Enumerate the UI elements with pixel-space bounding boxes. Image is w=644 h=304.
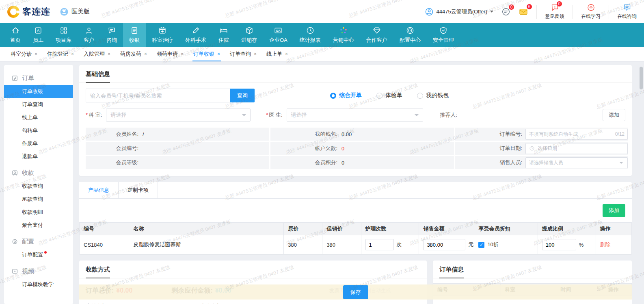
notification-icon[interactable]: 0 [501,7,510,16]
sidebar-item-void-order[interactable]: 作废单 [4,137,73,150]
nav-item-projects[interactable]: 项目库 [50,23,78,47]
nav-item-security[interactable]: 安全管理 [427,23,460,47]
sidebar-item-online-order[interactable]: 线上单 [4,111,73,124]
tab-order-cashier[interactable]: 订单收银× [188,47,225,61]
tab-online-order[interactable]: 线上单× [261,47,293,61]
cell-name: 皮脂膜修复洁面慕斯 [129,235,284,254]
search-button[interactable]: 查询 [230,89,255,102]
doctor-select[interactable]: 请选择 [287,109,423,122]
nav-label: 收银 [129,37,140,44]
mail-icon[interactable]: 6 [519,7,528,17]
calendar-plus-icon [158,26,167,35]
nav-item-oa[interactable]: OA 企业OA [263,23,294,47]
tab-close-icon[interactable]: × [144,51,147,57]
nav-label: 外科手术 [185,37,206,44]
member-info-grid: 会员姓名:/ 我的钱包:0.00 订单编号: 0/12 会员编号: 帐户欠款:0… [86,128,625,169]
char-counter: 0/12 [615,131,625,137]
order-date-label: 订单日期: [455,145,522,152]
tab-medicine-request[interactable]: 领药申请× [152,47,188,61]
app-logo[interactable]: 客连连 [7,6,50,18]
sales-person-select[interactable]: 请选择销售人员 [525,157,628,168]
order-date-picker[interactable]: 选择日期 [525,143,628,154]
sidebar-item-collection-detail[interactable]: 收款明细 [4,206,73,219]
nav-item-hospitalization[interactable]: 住院 [212,23,235,47]
edition-label: 医美版 [71,8,90,15]
tab-product-info[interactable]: 产品信息 [79,182,119,198]
sidebar-item-balance-query[interactable]: 尾款查询 [4,193,73,206]
add-referrer-button[interactable]: 添加 [603,109,625,121]
nav-label: 员工 [33,37,43,44]
mail-badge: 6 [527,4,532,9]
sidebar-item-transfer-order[interactable]: 勾转单 [4,124,73,137]
tab-close-icon[interactable]: × [217,51,220,57]
nav-item-consultation[interactable]: 咨询 [100,23,123,47]
tab-close-icon[interactable]: × [35,51,37,57]
nav-label: 合作客户 [366,37,387,44]
discount-label: 10折 [487,241,498,248]
nav-item-customers[interactable]: 客户 [78,23,100,47]
sidebar-item-collection-query[interactable]: 收款查询 [4,180,73,193]
scrollbar-thumb[interactable] [640,67,643,89]
required-mark: * [266,112,268,118]
commission-input[interactable] [542,239,576,250]
delete-row-link[interactable]: 删除 [600,241,611,248]
radio-comprehensive-order[interactable]: 综合开单 [330,92,362,99]
nav-item-employee[interactable]: A 员工 [27,23,50,47]
radio-my-wallet[interactable]: 我的钱包 [417,92,449,99]
sparkle-icon [339,26,348,35]
nav-item-home[interactable]: 首页 [4,23,27,47]
tab-order-query[interactable]: 订单查询× [225,47,261,61]
nav-item-department-treatment[interactable]: 科室治疗 [146,23,179,47]
amount-input[interactable] [423,239,465,250]
save-button[interactable]: 保存 [343,285,368,299]
sidebar-item-order-query[interactable]: 订单查询 [4,98,73,111]
tab-close-icon[interactable]: × [108,51,110,57]
tab-close-icon[interactable]: × [181,51,184,57]
tab-inpatient-register[interactable]: 住院登记× [42,47,79,61]
nav-item-reports[interactable]: 统计报表 [294,23,327,47]
dept-select[interactable]: 请选择 [106,109,251,122]
sidebar-item-order-tutorial[interactable]: 订单模块教学 [4,278,73,291]
order-no-label: 订单编号: [455,130,522,138]
nav-item-inventory[interactable]: 进销存 [235,23,263,47]
tab-close-icon[interactable]: × [254,51,257,57]
tab-admission[interactable]: 入院管理× [79,47,115,61]
discount-checkbox[interactable]: ✓ [478,242,484,248]
clock-icon [529,145,535,151]
sidebar-item-order-config[interactable]: 订单配置 [4,248,73,261]
nav-item-config-center[interactable]: 配置中心 [393,23,427,47]
oa-icon: OA [274,26,283,35]
sidebar-item-order-cashier[interactable]: 订单收银 [4,85,73,98]
consult-link[interactable]: 在线咨询 [617,3,637,20]
tab-department-triage[interactable]: 科室分诊× [6,47,42,61]
order-no-input[interactable] [525,129,628,140]
nav-label: 配置中心 [400,37,421,44]
tab-custom-card[interactable]: 定制卡项 [119,182,158,198]
vertical-scrollbar[interactable] [640,65,643,303]
tab-close-icon[interactable]: × [71,51,74,57]
add-product-button[interactable]: 添加 [603,204,625,217]
tab-close-icon[interactable]: × [285,51,288,57]
care-count-input[interactable] [365,239,394,250]
nav-label: 统计报表 [300,37,321,44]
sidebar-item-refund-order[interactable]: 退款单 [4,150,73,163]
learning-link[interactable]: 在线学习 [581,3,601,20]
radio-trial-order[interactable]: 体验单 [376,92,402,99]
nav-item-partners[interactable]: 合作客户 [360,23,393,47]
nav-item-marketing[interactable]: 营销中心 [327,23,360,47]
member-no-label: 会员编号: [86,145,138,152]
tab-label: 入院管理 [84,50,105,58]
tab-pharmacy-dispense[interactable]: 药房发药× [115,47,152,61]
sidebar-item-aggregate-pay[interactable]: 聚合支付 [4,219,73,232]
divider [536,5,537,19]
nav-item-surgery[interactable]: 外科手术 [179,23,212,47]
user-menu[interactable]: 44475云管理员(Offer) [425,7,493,16]
feedback-link[interactable]: 0 意见反馈 [545,3,564,20]
sidebar-section-title: 视频 [22,267,34,275]
member-search-input[interactable] [86,89,230,102]
divider [609,5,609,19]
table-row: CS1840 皮脂膜修复洁面慕斯 380 380 次 元 ✓10折 % 删除 [80,235,632,254]
red-dot-badge [44,251,47,254]
nav-item-cashier[interactable]: 收银 [123,23,146,47]
feedback-badge: 0 [557,1,562,7]
